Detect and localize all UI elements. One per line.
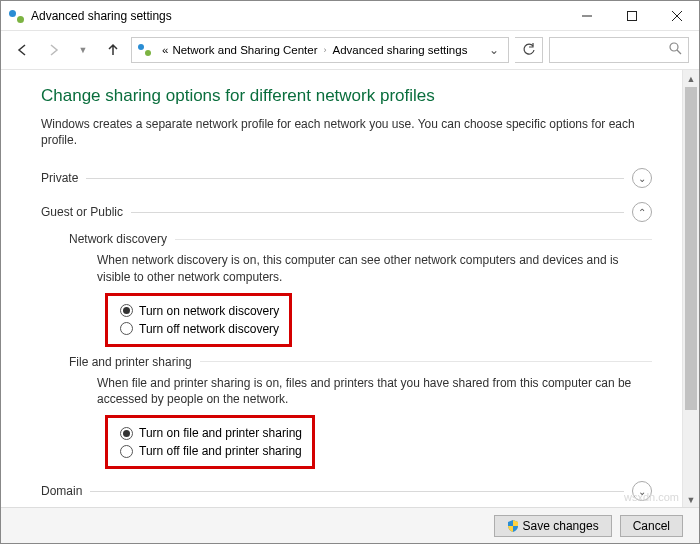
breadcrumb-overflow[interactable]: « (162, 44, 168, 56)
title-bar: Advanced sharing settings (1, 1, 699, 31)
svg-point-4 (670, 43, 678, 51)
chevron-up-icon[interactable]: ⌃ (632, 202, 652, 222)
minimize-button[interactable] (564, 1, 609, 31)
radio-label: Turn on file and printer sharing (139, 426, 302, 440)
radio-icon (120, 427, 133, 440)
radio-turn-off-file-printer[interactable]: Turn off file and printer sharing (120, 442, 302, 460)
vertical-scrollbar[interactable]: ▲ ▼ (682, 70, 699, 508)
main-content: Change sharing options for different net… (1, 70, 682, 508)
section-label: Domain (41, 484, 82, 498)
scroll-down-icon[interactable]: ▼ (683, 491, 699, 508)
page-description: Windows creates a separate network profi… (41, 116, 652, 148)
refresh-button[interactable] (515, 37, 543, 63)
breadcrumb[interactable]: « Network and Sharing Center › Advanced … (131, 37, 509, 63)
radio-group-file-printer: Turn on file and printer sharing Turn of… (120, 424, 302, 460)
footer-bar: Save changes Cancel (1, 507, 699, 543)
cancel-label: Cancel (633, 519, 670, 533)
app-icon (9, 8, 25, 24)
subheader-network-discovery: Network discovery (69, 232, 652, 246)
breadcrumb-item[interactable]: Network and Sharing Center (172, 44, 317, 56)
close-button[interactable] (654, 1, 699, 31)
cancel-button[interactable]: Cancel (620, 515, 683, 537)
search-icon (669, 42, 682, 58)
nav-up-button[interactable] (101, 38, 125, 62)
window-title: Advanced sharing settings (31, 9, 172, 23)
navigation-bar: ▼ « Network and Sharing Center › Advance… (1, 31, 699, 70)
radio-icon (120, 304, 133, 317)
radio-icon (120, 445, 133, 458)
breadcrumb-dropdown[interactable]: ⌄ (484, 43, 504, 57)
radio-turn-off-network-discovery[interactable]: Turn off network discovery (120, 320, 279, 338)
section-label: Private (41, 171, 78, 185)
radio-label: Turn on network discovery (139, 304, 279, 318)
section-header-guest-public[interactable]: Guest or Public ⌃ (41, 200, 652, 224)
radio-icon (120, 322, 133, 335)
save-changes-button[interactable]: Save changes (494, 515, 612, 537)
highlight-file-printer: Turn on file and printer sharing Turn of… (105, 415, 315, 469)
subheader-label: Network discovery (69, 232, 167, 246)
maximize-button[interactable] (609, 1, 654, 31)
nav-back-button[interactable] (11, 38, 35, 62)
subheader-file-printer-sharing: File and printer sharing (69, 355, 652, 369)
section-label: Guest or Public (41, 205, 123, 219)
chevron-down-icon[interactable]: ⌄ (632, 168, 652, 188)
highlight-network-discovery: Turn on network discovery Turn off netwo… (105, 293, 292, 347)
section-private: Private ⌄ (41, 166, 652, 190)
section-header-private[interactable]: Private ⌄ (41, 166, 652, 190)
breadcrumb-item[interactable]: Advanced sharing settings (333, 44, 468, 56)
scroll-thumb[interactable] (685, 87, 697, 410)
svg-rect-1 (627, 11, 636, 20)
section-guest-public: Guest or Public ⌃ Network discovery When… (41, 200, 652, 469)
scroll-track[interactable] (683, 87, 699, 491)
shield-icon (507, 520, 519, 532)
file-printer-description: When file and printer sharing is on, fil… (97, 375, 652, 407)
radio-group-network-discovery: Turn on network discovery Turn off netwo… (120, 302, 279, 338)
scroll-up-icon[interactable]: ▲ (683, 70, 699, 87)
page-title: Change sharing options for different net… (41, 86, 652, 106)
save-changes-label: Save changes (523, 519, 599, 533)
section-domain: Domain ⌄ (41, 479, 652, 503)
radio-turn-on-network-discovery[interactable]: Turn on network discovery (120, 302, 279, 320)
nav-forward-button[interactable] (41, 38, 65, 62)
network-discovery-description: When network discovery is on, this compu… (97, 252, 652, 284)
radio-turn-on-file-printer[interactable]: Turn on file and printer sharing (120, 424, 302, 442)
chevron-right-icon[interactable]: › (322, 45, 329, 55)
control-panel-icon (138, 42, 154, 58)
subheader-label: File and printer sharing (69, 355, 192, 369)
watermark-text: wsxdn.com (624, 491, 679, 503)
radio-label: Turn off network discovery (139, 322, 279, 336)
svg-line-5 (677, 50, 681, 54)
search-input[interactable] (549, 37, 689, 63)
section-header-domain[interactable]: Domain ⌄ (41, 479, 652, 503)
recent-locations-button[interactable]: ▼ (71, 38, 95, 62)
radio-label: Turn off file and printer sharing (139, 444, 302, 458)
